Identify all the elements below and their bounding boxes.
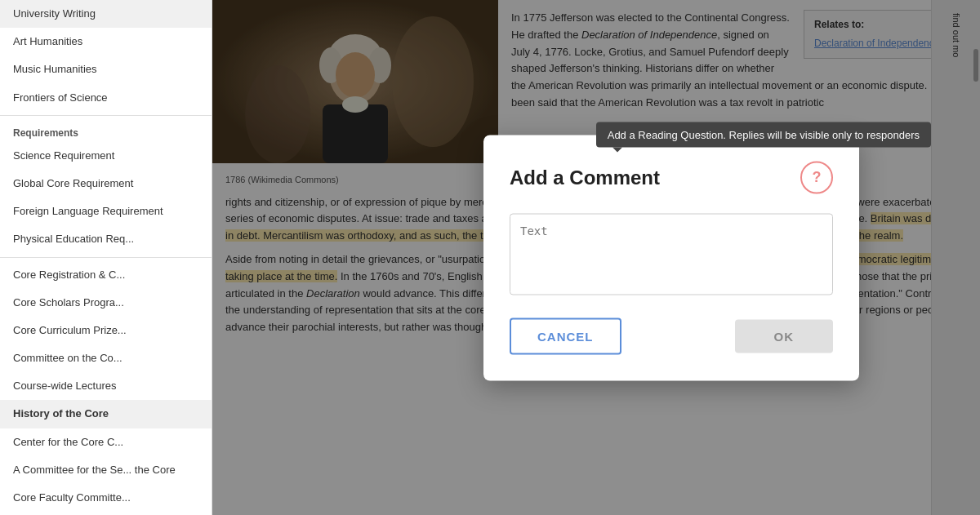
- sidebar-item-core-reg[interactable]: Core Registration & C...: [0, 261, 212, 289]
- sidebar-item-committee[interactable]: Committee on the Co...: [0, 344, 212, 372]
- help-icon-button[interactable]: [800, 161, 833, 193]
- ok-button[interactable]: OK: [735, 319, 834, 353]
- sidebar: University Writing Art Humanities Music …: [0, 0, 212, 515]
- sidebar-item-core-prize[interactable]: Core Curriculum Prize...: [0, 317, 212, 344]
- add-comment-modal: Add a Comment Add a Reading Question. Re…: [483, 135, 859, 380]
- modal-header: Add a Comment Add a Reading Question. Re…: [510, 161, 833, 193]
- sidebar-divider-1: [0, 115, 212, 116]
- sidebar-item-frontiers-of-science[interactable]: Frontiers of Science: [0, 84, 212, 112]
- sidebar-item-university-writing[interactable]: University Writing: [0, 0, 212, 28]
- sidebar-item-history-core[interactable]: History of the Core: [0, 400, 212, 428]
- sidebar-divider-2: [0, 257, 212, 258]
- sidebar-item-center-core[interactable]: Center for the Core C...: [0, 428, 212, 456]
- modal-buttons: CANCEL OK: [510, 317, 833, 354]
- sidebar-item-science-req[interactable]: Science Requirement: [0, 142, 212, 170]
- cancel-button[interactable]: CANCEL: [510, 317, 621, 354]
- modal-title: Add a Comment: [510, 166, 660, 189]
- sidebar-item-music-humanities[interactable]: Music Humanities: [0, 55, 212, 83]
- main-content: Relates to: Declaration of Independence …: [212, 0, 980, 515]
- sidebar-section-requirements: Requirements: [0, 119, 212, 142]
- page-wrapper: University Writing Art Humanities Music …: [0, 0, 980, 515]
- sidebar-item-committee-se[interactable]: A Committee for the Se... the Core: [0, 456, 212, 484]
- sidebar-item-foreign-lang[interactable]: Foreign Language Requirement: [0, 198, 212, 225]
- sidebar-item-art-humanities[interactable]: Art Humanities: [0, 28, 212, 55]
- sidebar-item-faculty[interactable]: Core Faculty Committe...: [0, 484, 212, 512]
- help-icon-container: Add a Reading Question. Replies will be …: [800, 161, 833, 193]
- sidebar-item-phys-ed[interactable]: Physical Education Req...: [0, 225, 212, 253]
- comment-text-input[interactable]: [510, 213, 833, 295]
- sidebar-item-global-core[interactable]: Global Core Requirement: [0, 170, 212, 198]
- sidebar-item-lectures[interactable]: Course-wide Lectures: [0, 372, 212, 400]
- sidebar-item-core-scholars[interactable]: Core Scholars Progra...: [0, 289, 212, 317]
